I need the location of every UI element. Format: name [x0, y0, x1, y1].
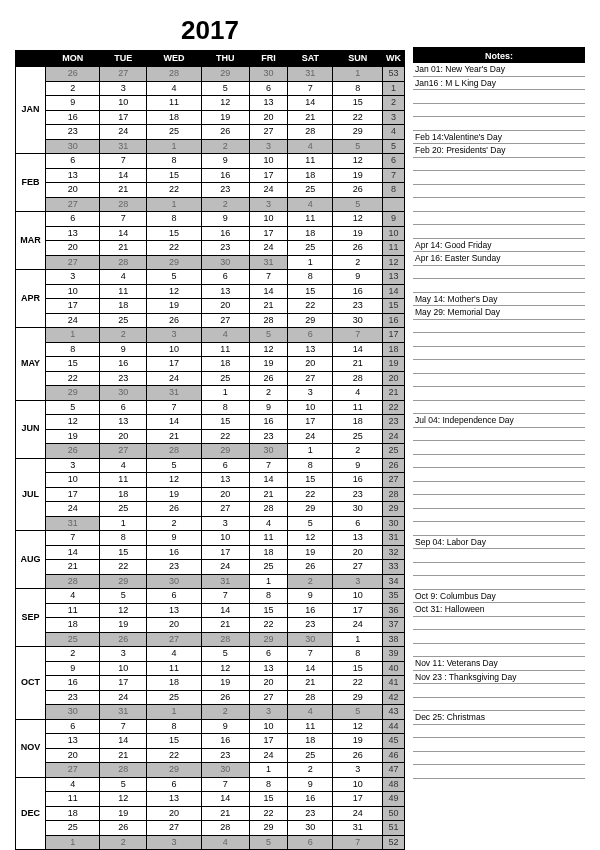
day-cell: 27: [100, 444, 147, 459]
day-cell: 24: [46, 502, 100, 517]
day-cell: 24: [333, 806, 383, 821]
day-cell: 14: [288, 661, 333, 676]
day-cell: 6: [333, 516, 383, 531]
week-number: 14: [383, 284, 405, 299]
day-cell: 10: [201, 531, 249, 546]
cal-row: 910111213141540: [16, 661, 405, 676]
note-line: [413, 455, 585, 469]
day-cell: 17: [100, 110, 147, 125]
day-cell: 31: [249, 255, 287, 270]
cal-row: 1819202122232437: [16, 618, 405, 633]
day-cell: 11: [147, 96, 201, 111]
cal-row: 1011121314151627: [16, 473, 405, 488]
day-cell: 28: [46, 574, 100, 589]
day-cell: 16: [147, 545, 201, 560]
day-cell: 26: [147, 313, 201, 328]
day-cell: 13: [201, 284, 249, 299]
day-cell: 16: [201, 734, 249, 749]
day-cell: 1: [147, 197, 201, 212]
day-cell: 24: [333, 618, 383, 633]
day-cell: 26: [46, 444, 100, 459]
day-cell: 5: [201, 81, 249, 96]
day-cell: 1: [46, 328, 100, 343]
day-cell: 9: [333, 270, 383, 285]
day-cell: 27: [46, 255, 100, 270]
day-cell: 20: [249, 676, 287, 691]
day-cell: 24: [147, 371, 201, 386]
calendar-column: 2017 MONTUEWEDTHUFRISATSUNWK JAN26272829…: [15, 15, 405, 850]
day-cell: 29: [333, 125, 383, 140]
day-cell: 3: [249, 705, 287, 720]
day-cell: 21: [333, 357, 383, 372]
week-number: 28: [383, 487, 405, 502]
day-cell: 3: [249, 139, 287, 154]
day-cell: 5: [249, 328, 287, 343]
day-cell: 17: [100, 676, 147, 691]
day-cell: 19: [333, 734, 383, 749]
week-number: 36: [383, 603, 405, 618]
day-cell: 28: [288, 125, 333, 140]
day-cell: 19: [249, 357, 287, 372]
day-cell: 29: [201, 444, 249, 459]
week-number: 31: [383, 531, 405, 546]
week-number: 42: [383, 690, 405, 705]
cal-row: 252627282930138: [16, 632, 405, 647]
cal-row: 23456781: [16, 81, 405, 96]
week-number: 38: [383, 632, 405, 647]
day-cell: 1: [249, 574, 287, 589]
day-cell: 28: [249, 502, 287, 517]
day-cell: 1: [333, 67, 383, 82]
day-cell: 3: [288, 386, 333, 401]
day-cell: 6: [288, 835, 333, 850]
cal-row: 1819202122232450: [16, 806, 405, 821]
day-cell: 12: [147, 473, 201, 488]
note-line: Jan 01: New Year's Day: [413, 63, 585, 77]
day-cell: 12: [333, 719, 383, 734]
day-cell: 11: [147, 661, 201, 676]
week-number: 50: [383, 806, 405, 821]
week-number: 47: [383, 763, 405, 778]
day-cell: 24: [249, 183, 287, 198]
day-cell: 20: [100, 429, 147, 444]
day-cell: 14: [46, 545, 100, 560]
day-cell: 7: [249, 458, 287, 473]
day-cell: 11: [100, 284, 147, 299]
day-cell: 22: [249, 806, 287, 821]
day-cell: 21: [201, 618, 249, 633]
day-cell: 7: [201, 589, 249, 604]
day-cell: 26: [201, 125, 249, 140]
note-line: [413, 684, 585, 698]
day-cell: 8: [249, 589, 287, 604]
day-cell: 27: [201, 313, 249, 328]
day-cell: 26: [201, 690, 249, 705]
day-cell: 15: [288, 473, 333, 488]
day-cell: 22: [249, 618, 287, 633]
day-cell: 5: [147, 270, 201, 285]
day-cell: 2: [147, 516, 201, 531]
day-cell: 30: [249, 67, 287, 82]
day-cell: 6: [100, 400, 147, 415]
day-cell: 4: [333, 386, 383, 401]
cal-row: 2728293012347: [16, 763, 405, 778]
week-number: 51: [383, 821, 405, 836]
day-cell: 25: [46, 821, 100, 836]
day-cell: 4: [288, 197, 333, 212]
day-cell: 23: [201, 183, 249, 198]
week-number: 15: [383, 299, 405, 314]
day-cell: 16: [201, 226, 249, 241]
day-cell: 3: [147, 835, 201, 850]
day-cell: 18: [249, 545, 287, 560]
cal-row: 1011121314151614: [16, 284, 405, 299]
cal-row: 3112345630: [16, 516, 405, 531]
day-cell: 31: [201, 574, 249, 589]
day-cell: 6: [249, 647, 287, 662]
day-cell: 15: [249, 792, 287, 807]
day-cell: 26: [333, 748, 383, 763]
day-cell: 20: [46, 748, 100, 763]
day-cell: 16: [333, 473, 383, 488]
day-cell: 5: [288, 516, 333, 531]
note-line: [413, 171, 585, 185]
week-number: 29: [383, 502, 405, 517]
day-cell: 16: [201, 168, 249, 183]
day-cell: 22: [147, 183, 201, 198]
